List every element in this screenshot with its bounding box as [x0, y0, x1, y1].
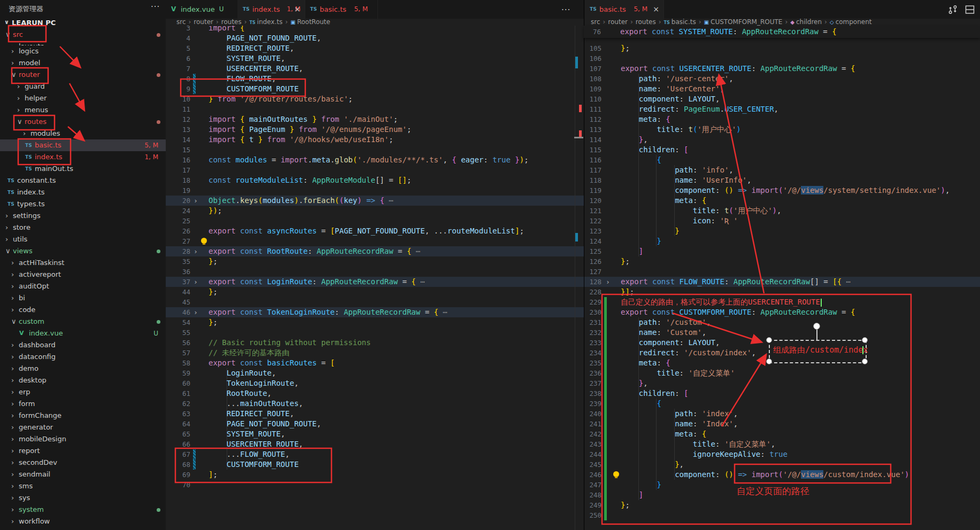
code-line-28[interactable]: 28›export const RootRoute: AppRouteRecor… [166, 246, 584, 256]
tree-item-actHiTaskinst[interactable]: ›actHiTaskinst [0, 257, 166, 269]
code-line-119[interactable]: 119 component: () => import('/@/views/sy… [584, 185, 980, 196]
tree-item-constant.ts[interactable]: TSconstant.ts [0, 175, 166, 186]
rotation-handle[interactable] [813, 323, 820, 330]
code-line-20[interactable]: 20›Object.keys(modules).forEach((key) =>… [166, 196, 584, 206]
chevron-right-icon[interactable]: › [17, 92, 20, 104]
middle-more-actions-icon[interactable]: ··· [561, 5, 570, 15]
chevron-right-icon[interactable]: › [5, 210, 8, 222]
chevron-right-icon[interactable]: › [11, 269, 14, 280]
breadcrumb-item-children[interactable]: ◆children [790, 19, 822, 26]
code-line-4[interactable]: 4 PAGE_NOT_FOUND_ROUTE, [166, 33, 584, 43]
tree-item-router[interactable]: ∨router [0, 69, 166, 81]
tree-item-settings[interactable]: ›settings [0, 210, 166, 222]
tree-item-workflow[interactable]: ›workflow [0, 516, 166, 527]
chevron-right-icon[interactable]: › [11, 375, 14, 386]
tree-item-activereport[interactable]: ›activereport [0, 269, 166, 280]
code-line-8[interactable]: 8 FLOW_ROUTE, [166, 74, 584, 84]
breadcrumb-item-CUSTOMFORM_ROUTE[interactable]: ▣CUSTOMFORM_ROUTE [704, 19, 783, 26]
breadcrumb-item-src[interactable]: src [176, 19, 186, 26]
chevron-right-icon[interactable]: › [11, 363, 14, 375]
chevron-right-icon[interactable]: › [11, 492, 14, 504]
code-line-3[interactable]: 3import { [166, 26, 584, 33]
code-line-108[interactable]: 108 path: '/user-center', [584, 74, 980, 84]
chevron-right-icon[interactable]: › [5, 222, 8, 233]
code-line-56[interactable]: 56// Basic routing without permissions [166, 338, 584, 348]
chevron-right-icon[interactable]: › [11, 57, 14, 69]
code-line-45[interactable]: 45 [166, 297, 584, 307]
split-editor-icon[interactable] [964, 4, 975, 15]
code-line-54[interactable]: 54}; [166, 317, 584, 328]
code-line-106[interactable]: 106 [584, 53, 980, 64]
chevron-right-icon[interactable]: › [11, 351, 14, 363]
breadcrumb-item-basic.ts[interactable]: TSbasic.ts [664, 19, 696, 26]
tree-item-mainOut.ts[interactable]: TSmainOut.ts [0, 163, 166, 175]
right-editor[interactable]: 105};106107export const USERCENTER_ROUTE… [584, 26, 980, 530]
code-line-123[interactable]: 123 } [584, 226, 980, 236]
chevron-right-icon[interactable]: › [11, 433, 14, 445]
code-line-65[interactable]: 65 SYSTEM_ROUTE, [166, 429, 584, 439]
code-line-230[interactable]: 230export const CUSTOMFORM_ROUTE: AppRou… [584, 307, 980, 317]
chevron-right-icon[interactable]: › [5, 233, 8, 245]
fold-chevron-icon[interactable]: › [606, 277, 610, 287]
code-line-35[interactable]: 35}; [166, 256, 584, 267]
code-line-25[interactable]: 25 [166, 216, 584, 226]
code-line-57[interactable]: 57// 未经许可的基本路由 [166, 348, 584, 358]
tree-item-types.ts[interactable]: TStypes.ts [0, 198, 166, 210]
code-line-229[interactable]: 229自己定义的路由，格式可以参考上面的USERCENTER_ROUTE [584, 297, 980, 307]
sticky-scroll-line[interactable]: 76export const SYSTEM_ROUTE: AppRouteRec… [584, 26, 980, 38]
tree-item-generator[interactable]: ›generator [0, 422, 166, 433]
code-line-76[interactable]: 76export const SYSTEM_ROUTE: AppRouteRec… [584, 27, 979, 37]
explorer-more-actions-icon[interactable]: ··· [151, 2, 160, 12]
resize-handle-sw[interactable] [766, 358, 772, 364]
chevron-right-icon[interactable]: › [11, 257, 14, 269]
code-line-250[interactable]: 250 [584, 510, 980, 520]
code-line-5[interactable]: 5 REDIRECT_ROUTE, [166, 43, 584, 53]
chevron-down-icon[interactable]: ∨ [5, 245, 11, 257]
code-line-27[interactable]: 27 [166, 236, 584, 246]
tree-item-erp[interactable]: ›erp [0, 386, 166, 398]
code-line-121[interactable]: 121 title: t('用户中心'), [584, 206, 980, 216]
tree-item-routes[interactable]: ∨routes [0, 116, 166, 128]
tree-item-helper[interactable]: ›helper [0, 92, 166, 104]
code-line-236[interactable]: 236 title: '自定义菜单' [584, 368, 980, 378]
code-line-59[interactable]: 59 LoginRoute, [166, 368, 584, 378]
tree-item-index.ts[interactable]: TSindex.ts1, M [0, 151, 166, 163]
code-line-116[interactable]: 116 { [584, 155, 980, 165]
code-line-232[interactable]: 232 name: 'Custom', [584, 328, 980, 338]
chevron-right-icon[interactable]: › [11, 504, 14, 516]
code-line-64[interactable]: 64 PAGE_NOT_FOUND_ROUTE, [166, 419, 584, 429]
fold-chevron-icon[interactable]: › [194, 277, 198, 287]
tree-item-utils[interactable]: ›utils [0, 233, 166, 245]
tree-item-model[interactable]: ›model [0, 57, 166, 69]
chevron-right-icon[interactable]: › [11, 304, 14, 316]
tree-item-sys[interactable]: ›sys [0, 492, 166, 504]
chevron-right-icon[interactable]: › [11, 469, 14, 480]
tree-item-bi[interactable]: ›bi [0, 292, 166, 304]
lightbulb-icon[interactable] [613, 471, 619, 477]
code-line-241[interactable]: 241 name: 'Index', [584, 419, 980, 429]
tree-item-mobileDesign[interactable]: ›mobileDesign [0, 433, 166, 445]
code-line-63[interactable]: 63 REDIRECT_ROUTE, [166, 409, 584, 419]
fold-chevron-icon[interactable]: › [194, 246, 198, 256]
fold-chevron-icon[interactable]: › [194, 307, 198, 317]
code-line-6[interactable]: 6 SYSTEM_ROUTE, [166, 53, 584, 64]
code-line-66[interactable]: 66 USERCENTER_ROUTE, [166, 439, 584, 449]
tree-item-src[interactable]: ∨src [0, 29, 166, 41]
code-line-7[interactable]: 7 USERCENTER_ROUTE, [166, 64, 584, 74]
code-line-44[interactable]: 44}; [166, 287, 584, 297]
chevron-right-icon[interactable]: › [11, 410, 14, 422]
tree-item-custom[interactable]: ∨custom [0, 316, 166, 328]
chevron-down-icon[interactable]: ∨ [5, 29, 11, 41]
tab-basic.ts[interactable]: TSbasic.ts5, M [305, 0, 378, 19]
chevron-right-icon[interactable]: › [11, 516, 14, 527]
code-line-46[interactable]: 46›export const TokenLoginRoute: AppRout… [166, 307, 584, 317]
fold-chevron-icon[interactable]: › [194, 196, 198, 206]
close-icon[interactable]: × [294, 0, 300, 19]
code-line-19[interactable]: 19 [166, 185, 584, 196]
code-line-16[interactable]: 16const modules = import.meta.glob('./mo… [166, 155, 584, 165]
lightbulb-icon[interactable] [201, 238, 207, 244]
code-line-122[interactable]: 122 icon: 'Ʀ ' [584, 216, 980, 226]
breadcrumb-item-router[interactable]: router [608, 19, 628, 26]
code-line-11[interactable]: 11 [166, 104, 584, 114]
chevron-right-icon[interactable]: › [11, 45, 14, 57]
